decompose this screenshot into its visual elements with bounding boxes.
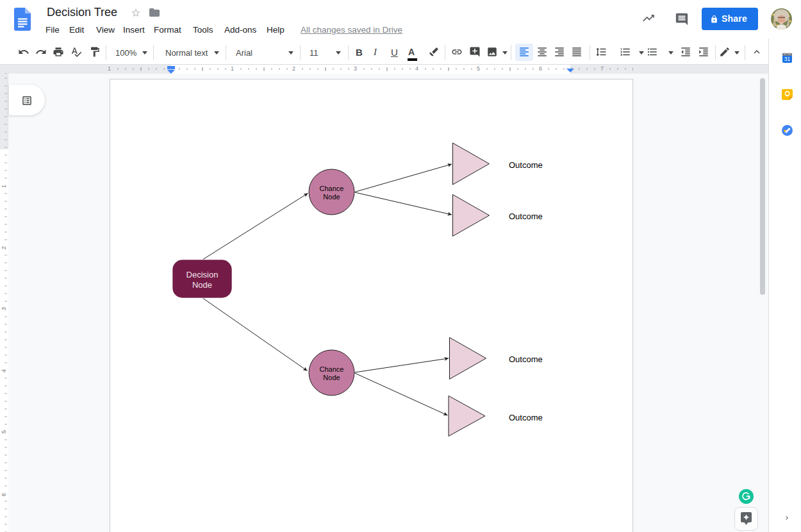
svg-text:Node: Node bbox=[192, 280, 212, 290]
svg-text:31: 31 bbox=[784, 56, 791, 62]
svg-text:Outcome: Outcome bbox=[509, 160, 543, 170]
svg-text:Chance: Chance bbox=[320, 185, 344, 192]
svg-text:Node: Node bbox=[323, 193, 340, 201]
svg-text:Outcome: Outcome bbox=[509, 354, 543, 364]
svg-text:Outcome: Outcome bbox=[509, 212, 543, 221]
svg-text:Outcome: Outcome bbox=[509, 413, 543, 422]
svg-text:Decision: Decision bbox=[186, 270, 219, 279]
svg-text:Chance: Chance bbox=[320, 365, 344, 373]
svg-text:Node: Node bbox=[323, 374, 340, 381]
